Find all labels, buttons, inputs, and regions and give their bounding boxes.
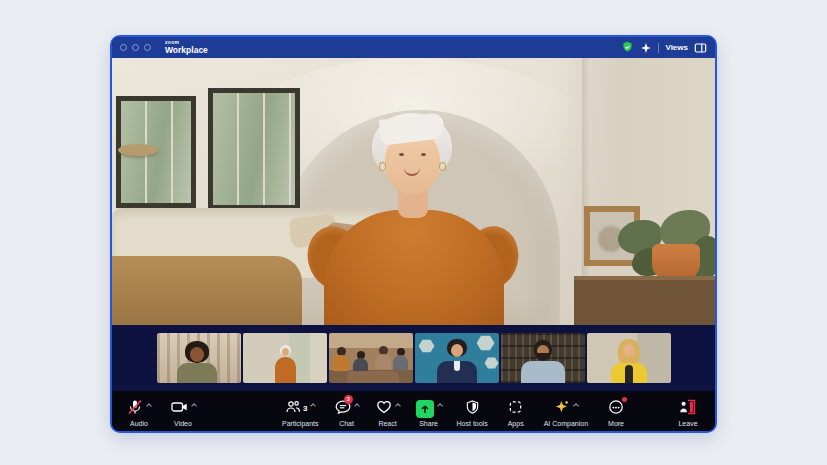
filmstrip-thumbnail-1[interactable] xyxy=(157,333,241,383)
apps-button-label: Apps xyxy=(508,420,524,427)
more-dots-icon xyxy=(608,399,624,419)
host-tools-button-label: Host tools xyxy=(457,420,488,427)
zoom-app-window: zoom Workplace Views xyxy=(110,35,717,433)
sparkle-icon[interactable] xyxy=(640,42,652,54)
inner-top xyxy=(625,365,633,383)
share-screen-icon xyxy=(416,400,434,418)
filmstrip-thumbnail-4[interactable] xyxy=(415,333,499,383)
chat-bubble-icon: 3 xyxy=(335,399,351,419)
speaker-torso xyxy=(324,210,504,325)
react-button[interactable]: React xyxy=(375,400,401,427)
encryption-shield-icon[interactable] xyxy=(621,41,634,54)
share-button-label: Share xyxy=(419,420,438,427)
window-zoom-button[interactable] xyxy=(144,44,151,51)
hexagon-decor xyxy=(419,339,435,353)
participant-beard xyxy=(537,353,549,361)
window-minimize-button[interactable] xyxy=(132,44,139,51)
views-layout-icon[interactable] xyxy=(694,42,707,54)
filmstrip-thumbnail-2[interactable] xyxy=(243,333,327,383)
participants-button-label: Participants xyxy=(282,420,319,427)
window-controls xyxy=(120,44,151,51)
video-button[interactable]: Video xyxy=(170,400,196,427)
speaker-eye xyxy=(399,153,404,156)
share-button[interactable]: Share xyxy=(416,400,442,427)
chat-button-label: Chat xyxy=(339,420,354,427)
chat-unread-badge: 3 xyxy=(344,395,353,404)
participants-icon xyxy=(285,399,301,419)
more-button-label: More xyxy=(608,420,624,427)
filmstrip-thumbnail-3[interactable] xyxy=(329,333,413,383)
speaker-eye xyxy=(421,153,426,156)
toolbar-center-group: 3 Participants 3 Chat xyxy=(242,400,629,427)
window-close-button[interactable] xyxy=(120,44,127,51)
apps-button[interactable]: Apps xyxy=(503,400,529,427)
participant-face xyxy=(282,348,289,356)
ai-sparkle-icon xyxy=(554,399,570,419)
heart-icon xyxy=(376,399,392,419)
chevron-up-icon[interactable] xyxy=(311,403,317,409)
participant-body xyxy=(375,354,391,369)
audio-button-label: Audio xyxy=(130,420,148,427)
hexagon-decor xyxy=(477,335,495,351)
participant-body xyxy=(177,363,217,383)
react-button-label: React xyxy=(378,420,396,427)
pendant-light xyxy=(118,144,158,156)
desktop-background: zoom Workplace Views xyxy=(0,0,827,465)
participant-face xyxy=(190,347,204,362)
participant-body xyxy=(393,355,408,370)
main-speaker-video xyxy=(112,58,715,325)
room-window-right xyxy=(208,88,300,210)
ai-companion-button[interactable]: AI Companion xyxy=(544,400,588,427)
participant-body xyxy=(353,358,368,372)
participant-filmstrip xyxy=(112,325,715,391)
video-camera-icon xyxy=(171,399,188,419)
logo-workplace-text: Workplace xyxy=(165,46,208,55)
filmstrip-thumbnail-5[interactable] xyxy=(501,333,585,383)
apps-icon xyxy=(508,399,523,419)
participant-body xyxy=(333,355,349,371)
video-button-label: Video xyxy=(174,420,192,427)
titlebar-divider xyxy=(658,43,659,53)
wood-table xyxy=(112,256,302,325)
chevron-up-icon[interactable] xyxy=(573,403,579,409)
filmstrip-thumbnail-6[interactable] xyxy=(587,333,671,383)
participants-button[interactable]: 3 Participants xyxy=(282,400,319,427)
zoom-workplace-logo: zoom Workplace xyxy=(165,40,208,55)
meeting-toolbar: Audio Video 3 xyxy=(112,391,715,433)
chevron-up-icon[interactable] xyxy=(146,403,152,409)
shield-icon xyxy=(465,399,480,419)
chevron-up-icon[interactable] xyxy=(437,403,443,409)
participant-face xyxy=(451,344,463,357)
participant-body xyxy=(521,361,565,383)
chat-button[interactable]: 3 Chat xyxy=(334,400,360,427)
meeting-table xyxy=(347,371,399,383)
chevron-up-icon[interactable] xyxy=(191,403,197,409)
more-button[interactable]: More xyxy=(603,400,629,427)
hexagon-decor xyxy=(485,357,499,369)
leave-door-icon xyxy=(679,399,697,419)
shirt-collar xyxy=(454,361,460,371)
titlebar: zoom Workplace Views xyxy=(112,37,715,58)
chevron-up-icon[interactable] xyxy=(395,403,401,409)
participant-face xyxy=(623,344,635,357)
views-button-label[interactable]: Views xyxy=(665,43,688,52)
earring-right xyxy=(439,162,446,171)
plant-pot xyxy=(652,244,700,280)
more-notification-dot xyxy=(622,397,627,402)
audio-button[interactable]: Audio xyxy=(126,400,152,427)
leave-button-label: Leave xyxy=(678,420,697,427)
participants-count: 3 xyxy=(303,404,307,413)
earring-left xyxy=(379,162,386,171)
host-tools-button[interactable]: Host tools xyxy=(457,400,488,427)
participant-body xyxy=(275,357,296,383)
toolbar-left-group: Audio Video xyxy=(126,400,196,427)
microphone-muted-icon xyxy=(127,399,143,419)
ai-companion-button-label: AI Companion xyxy=(544,420,588,427)
dresser-cabinet xyxy=(574,276,715,325)
titlebar-right-cluster: Views xyxy=(621,41,707,54)
leave-button[interactable]: Leave xyxy=(675,400,701,427)
chevron-up-icon[interactable] xyxy=(354,403,360,409)
